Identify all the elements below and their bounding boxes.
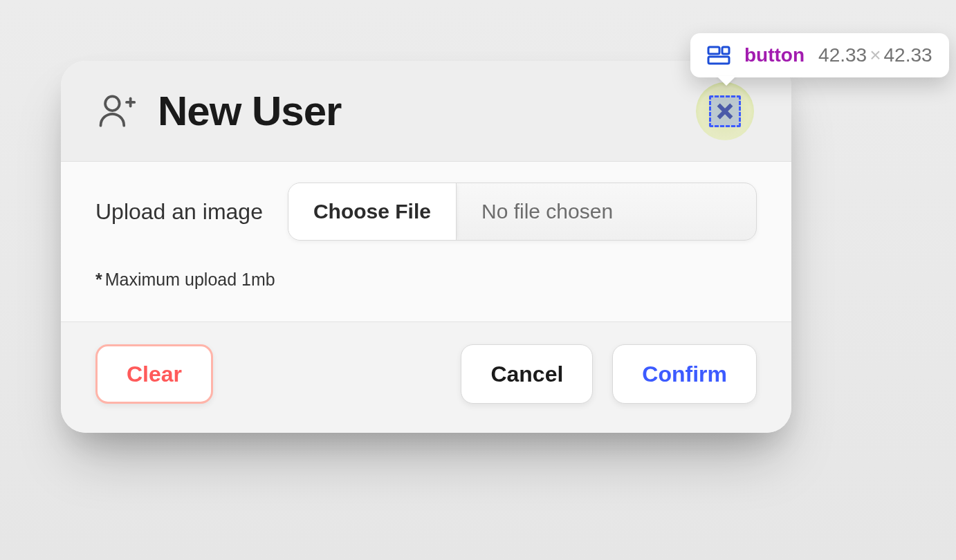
dialog-footer: Clear Cancel Confirm <box>61 322 791 433</box>
helper-text-value: Maximum upload 1mb <box>105 270 275 289</box>
file-picker-state: No file chosen <box>457 183 756 240</box>
devtools-highlight-overlay <box>696 82 754 140</box>
svg-rect-2 <box>708 57 729 64</box>
devtools-element-tooltip: button 42.33×42.33 <box>690 33 949 77</box>
flex-box-icon <box>707 46 730 65</box>
devtools-dimensions: 42.33×42.33 <box>818 44 932 66</box>
choose-file-button[interactable]: Choose File <box>288 183 457 240</box>
dialog-title: New User <box>158 87 341 135</box>
close-icon <box>715 102 735 121</box>
close-button[interactable] <box>709 95 741 127</box>
upload-helper-text: *Maximum upload 1mb <box>95 270 757 290</box>
new-user-dialog: New User Upload an image Choose File No … <box>61 61 791 433</box>
dialog-header: New User <box>61 61 791 162</box>
cancel-button[interactable]: Cancel <box>461 344 593 404</box>
svg-point-3 <box>105 96 120 111</box>
dialog-body: Upload an image Choose File No file chos… <box>61 162 791 322</box>
add-user-icon <box>95 91 137 132</box>
svg-rect-1 <box>722 47 729 54</box>
devtools-dim-separator: × <box>870 44 881 66</box>
devtools-tag-name: button <box>744 44 805 66</box>
dialog-header-left: New User <box>95 87 341 135</box>
upload-label: Upload an image <box>95 199 263 225</box>
confirm-button[interactable]: Confirm <box>612 344 757 404</box>
clear-button[interactable]: Clear <box>95 344 213 404</box>
devtools-width: 42.33 <box>818 44 867 66</box>
helper-asterisk: * <box>95 270 102 289</box>
svg-rect-0 <box>708 47 719 54</box>
footer-right-group: Cancel Confirm <box>461 344 757 404</box>
file-picker[interactable]: Choose File No file chosen <box>288 183 757 241</box>
upload-row: Upload an image Choose File No file chos… <box>95 183 757 241</box>
devtools-height: 42.33 <box>884 44 932 66</box>
